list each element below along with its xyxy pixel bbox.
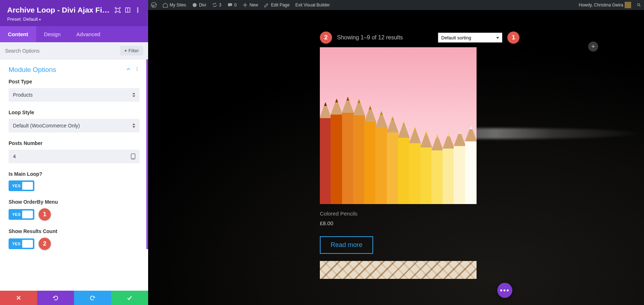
new-label: New xyxy=(249,3,258,8)
next-product-image[interactable] xyxy=(320,261,477,279)
preset-selector[interactable]: Preset: Default xyxy=(7,16,141,22)
svg-point-7 xyxy=(137,10,138,11)
options-search-input[interactable] xyxy=(5,48,120,54)
svg-rect-3 xyxy=(116,9,119,12)
product-price: £8.00 xyxy=(320,220,477,226)
filter-label: Filter xyxy=(128,48,139,53)
posts-number-value: 4 xyxy=(13,154,16,159)
svg-point-10 xyxy=(137,69,137,69)
toggle-yes-label: YES xyxy=(9,242,21,246)
module-settings-sidebar: Archive Loop - Divi Ajax Filt... Preset:… xyxy=(0,0,148,305)
svg-point-2 xyxy=(638,4,640,6)
svg-point-9 xyxy=(137,67,137,68)
module-actions-fab[interactable]: ••• xyxy=(497,283,512,298)
updates-link[interactable]: 3 xyxy=(209,0,224,10)
loop-style-value: Default (WooCommerce Only) xyxy=(9,119,140,132)
show-results-label: Show Results Count xyxy=(9,228,140,234)
results-count-text: Showing 1–9 of 12 results xyxy=(337,34,403,41)
svg-point-6 xyxy=(137,8,138,9)
undo-button[interactable] xyxy=(37,291,74,305)
collapse-icon[interactable] xyxy=(126,67,131,73)
section-title: Module Options xyxy=(9,66,126,74)
toggle-yes-label: YES xyxy=(9,212,21,217)
edit-page-link[interactable]: Edit Page xyxy=(261,0,292,10)
field-loop-style: Loop Style Default (WooCommerce Only) xyxy=(9,110,140,132)
field-show-orderby: Show OrderBy Menu YES 1 xyxy=(9,199,140,221)
sort-select[interactable]: Default sorting xyxy=(438,33,502,43)
admin-search[interactable] xyxy=(634,0,644,10)
expand-icon[interactable] xyxy=(114,7,121,13)
exit-vb-label: Exit Visual Builder xyxy=(295,3,330,8)
post-type-label: Post Type xyxy=(9,79,140,84)
responsive-icon[interactable] xyxy=(131,154,135,159)
loop-style-select[interactable]: Default (WooCommerce Only) xyxy=(9,119,140,132)
field-is-main-loop: Is Main Loop? YES xyxy=(9,171,140,191)
howdy-label: Howdy, Christina Gwira xyxy=(579,3,623,8)
module-title: Archive Loop - Divi Ajax Filt... xyxy=(7,6,111,14)
toggle-yes-label: YES xyxy=(9,184,21,188)
tab-content[interactable]: Content xyxy=(0,26,36,42)
howdy-link[interactable]: Howdy, Christina Gwira xyxy=(576,0,634,10)
updates-count: 3 xyxy=(219,3,221,8)
post-type-select[interactable]: Products xyxy=(9,88,140,102)
product-image[interactable] xyxy=(320,47,477,204)
cancel-button[interactable] xyxy=(0,291,37,305)
tab-advanced[interactable]: Advanced xyxy=(68,26,108,42)
show-orderby-label: Show OrderBy Menu xyxy=(9,199,140,205)
redo-button[interactable] xyxy=(74,291,111,305)
settings-body: Module Options Post Type Products Loop S… xyxy=(0,59,148,291)
product-title: Colored Pencils xyxy=(320,210,477,217)
options-search-bar: Filter xyxy=(0,42,148,59)
product-card: Colored Pencils £8.00 Read more xyxy=(320,47,477,279)
sort-value: Default sorting xyxy=(441,35,471,40)
svg-point-1 xyxy=(192,3,196,7)
field-posts-number: Posts Number 4 xyxy=(9,140,140,163)
save-button[interactable] xyxy=(111,291,148,305)
site-name-label: Divi xyxy=(199,3,206,8)
my-sites-label: My Sites xyxy=(170,3,186,8)
sidebar-header: Archive Loop - Divi Ajax Filt... Preset:… xyxy=(0,0,148,26)
posts-number-label: Posts Number xyxy=(9,140,140,146)
field-show-results: Show Results Count YES 2 xyxy=(9,228,140,250)
avatar xyxy=(625,2,631,8)
read-more-button[interactable]: Read more xyxy=(320,236,373,254)
annotation-badge-2: 2 xyxy=(39,238,51,250)
svg-point-11 xyxy=(137,70,137,71)
page-preview: 2 Showing 1–9 of 12 results Default sort… xyxy=(148,10,644,305)
section-menu-icon[interactable] xyxy=(135,67,140,73)
exit-visual-builder-link[interactable]: Exit Visual Builder xyxy=(292,0,333,10)
layout-icon[interactable] xyxy=(125,7,131,13)
tab-design[interactable]: Design xyxy=(36,26,69,42)
edit-page-label: Edit Page xyxy=(271,3,289,8)
annotation-badge-1: 1 xyxy=(39,208,51,221)
wp-admin-bar: My Sites Divi 3 0 New Edit Page Exit Vis… xyxy=(148,0,644,10)
filter-button[interactable]: Filter xyxy=(120,46,143,55)
add-section-button[interactable]: + xyxy=(588,42,598,52)
site-name-link[interactable]: Divi xyxy=(189,0,209,10)
annotation-badge-2b: 2 xyxy=(320,32,332,44)
comments-link[interactable]: 0 xyxy=(224,0,240,10)
show-orderby-toggle[interactable]: YES xyxy=(9,209,34,220)
new-link[interactable]: New xyxy=(239,0,261,10)
is-main-loop-label: Is Main Loop? xyxy=(9,171,140,177)
show-results-toggle[interactable]: YES xyxy=(9,238,34,249)
svg-point-8 xyxy=(137,11,138,13)
my-sites-link[interactable]: My Sites xyxy=(160,0,189,10)
sidebar-footer xyxy=(0,291,148,305)
is-main-loop-toggle[interactable]: YES xyxy=(9,180,34,191)
settings-tabs: Content Design Advanced xyxy=(0,26,148,42)
comments-count: 0 xyxy=(234,3,237,8)
annotation-badge-1b: 1 xyxy=(507,32,519,44)
kebab-menu-icon[interactable] xyxy=(135,7,141,13)
post-type-value: Products xyxy=(9,88,140,102)
wp-logo[interactable] xyxy=(148,0,160,10)
posts-number-input[interactable]: 4 xyxy=(9,150,140,163)
loop-style-label: Loop Style xyxy=(9,110,140,115)
field-post-type: Post Type Products xyxy=(9,79,140,102)
